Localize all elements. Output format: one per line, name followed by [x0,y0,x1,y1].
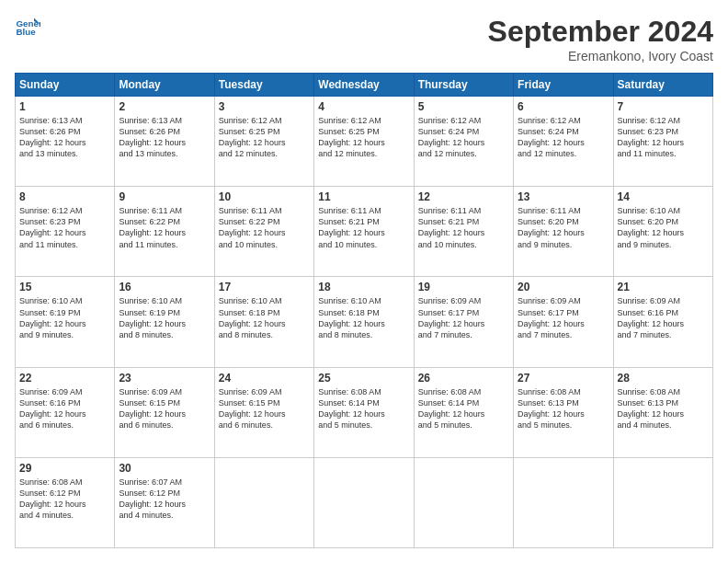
day-number: 3 [219,100,310,113]
logo: General Blue [15,15,40,40]
cell-info: Sunrise: 6:11 AM Sunset: 6:21 PM Dayligh… [318,205,409,250]
cell-info: Sunrise: 6:12 AM Sunset: 6:25 PM Dayligh… [318,115,409,160]
calendar-cell: 25Sunrise: 6:08 AM Sunset: 6:14 PM Dayli… [314,367,414,457]
calendar-cell: 10Sunrise: 6:11 AM Sunset: 6:22 PM Dayli… [214,187,313,277]
cell-info: Sunrise: 6:13 AM Sunset: 6:26 PM Dayligh… [119,115,210,160]
day-number: 23 [119,372,210,385]
header: General Blue September 2024 Eremankono, … [15,15,713,63]
calendar-week-5: 29Sunrise: 6:08 AM Sunset: 6:12 PM Dayli… [16,457,713,547]
cell-info: Sunrise: 6:09 AM Sunset: 6:17 PM Dayligh… [518,295,609,340]
calendar-cell: 7Sunrise: 6:12 AM Sunset: 6:23 PM Daylig… [613,97,712,187]
day-number: 15 [19,281,110,293]
calendar-cell: 19Sunrise: 6:09 AM Sunset: 6:17 PM Dayli… [414,277,513,367]
cell-info: Sunrise: 6:12 AM Sunset: 6:24 PM Dayligh… [518,115,609,160]
title-block: September 2024 Eremankono, Ivory Coast [488,15,713,63]
cell-info: Sunrise: 6:10 AM Sunset: 6:18 PM Dayligh… [219,295,310,340]
cell-info: Sunrise: 6:12 AM Sunset: 6:25 PM Dayligh… [219,115,310,160]
calendar-cell: 28Sunrise: 6:08 AM Sunset: 6:13 PM Dayli… [613,367,712,457]
day-number: 14 [618,190,709,203]
day-number: 2 [119,100,210,113]
day-number: 8 [19,190,110,203]
cell-info: Sunrise: 6:10 AM Sunset: 6:18 PM Dayligh… [318,295,409,340]
days-header-row: SundayMondayTuesdayWednesdayThursdayFrid… [16,74,713,97]
calendar-cell: 21Sunrise: 6:09 AM Sunset: 6:16 PM Dayli… [613,277,712,367]
day-number: 20 [518,281,609,293]
calendar-cell: 6Sunrise: 6:12 AM Sunset: 6:24 PM Daylig… [514,97,613,187]
day-number: 1 [19,100,110,113]
day-number: 16 [119,281,210,293]
day-number: 28 [618,372,709,385]
cell-info: Sunrise: 6:12 AM Sunset: 6:24 PM Dayligh… [418,115,509,160]
calendar-cell [613,457,712,547]
day-number: 21 [618,281,709,293]
day-number: 6 [518,100,609,113]
day-number: 27 [518,372,609,385]
calendar-cell: 16Sunrise: 6:10 AM Sunset: 6:19 PM Dayli… [115,277,214,367]
calendar-cell: 9Sunrise: 6:11 AM Sunset: 6:22 PM Daylig… [115,187,214,277]
calendar-cell: 13Sunrise: 6:11 AM Sunset: 6:20 PM Dayli… [514,187,613,277]
cell-info: Sunrise: 6:11 AM Sunset: 6:20 PM Dayligh… [518,205,609,250]
cell-info: Sunrise: 6:09 AM Sunset: 6:17 PM Dayligh… [418,295,509,340]
day-header-monday: Monday [115,74,214,97]
calendar-cell [314,457,414,547]
day-header-tuesday: Tuesday [214,74,313,97]
calendar-week-2: 8Sunrise: 6:12 AM Sunset: 6:23 PM Daylig… [16,187,713,277]
day-number: 22 [19,372,110,385]
cell-info: Sunrise: 6:08 AM Sunset: 6:13 PM Dayligh… [518,386,609,431]
calendar-cell: 24Sunrise: 6:09 AM Sunset: 6:15 PM Dayli… [214,367,313,457]
day-number: 30 [119,462,210,475]
day-number: 7 [618,100,709,113]
day-number: 5 [418,100,509,113]
calendar-cell: 11Sunrise: 6:11 AM Sunset: 6:21 PM Dayli… [314,187,414,277]
day-number: 4 [318,100,409,113]
cell-info: Sunrise: 6:09 AM Sunset: 6:15 PM Dayligh… [219,386,310,431]
calendar-cell: 23Sunrise: 6:09 AM Sunset: 6:15 PM Dayli… [115,367,214,457]
calendar-cell: 12Sunrise: 6:11 AM Sunset: 6:21 PM Dayli… [414,187,513,277]
location: Eremankono, Ivory Coast [488,49,713,63]
calendar-cell: 15Sunrise: 6:10 AM Sunset: 6:19 PM Dayli… [16,277,115,367]
day-header-thursday: Thursday [414,74,513,97]
cell-info: Sunrise: 6:12 AM Sunset: 6:23 PM Dayligh… [19,205,110,250]
calendar-cell: 22Sunrise: 6:09 AM Sunset: 6:16 PM Dayli… [16,367,115,457]
calendar-cell: 5Sunrise: 6:12 AM Sunset: 6:24 PM Daylig… [414,97,513,187]
cell-info: Sunrise: 6:08 AM Sunset: 6:12 PM Dayligh… [19,477,110,522]
day-number: 11 [318,190,409,203]
calendar-cell: 8Sunrise: 6:12 AM Sunset: 6:23 PM Daylig… [16,187,115,277]
cell-info: Sunrise: 6:09 AM Sunset: 6:16 PM Dayligh… [618,295,709,340]
cell-info: Sunrise: 6:07 AM Sunset: 6:12 PM Dayligh… [119,477,210,522]
day-number: 26 [418,372,509,385]
calendar-week-4: 22Sunrise: 6:09 AM Sunset: 6:16 PM Dayli… [16,367,713,457]
cell-info: Sunrise: 6:09 AM Sunset: 6:16 PM Dayligh… [19,386,110,431]
cell-info: Sunrise: 6:13 AM Sunset: 6:26 PM Dayligh… [19,115,110,160]
day-header-saturday: Saturday [613,74,712,97]
day-number: 24 [219,372,310,385]
calendar-cell: 27Sunrise: 6:08 AM Sunset: 6:13 PM Dayli… [514,367,613,457]
calendar-cell: 2Sunrise: 6:13 AM Sunset: 6:26 PM Daylig… [115,97,214,187]
calendar-cell: 18Sunrise: 6:10 AM Sunset: 6:18 PM Dayli… [314,277,414,367]
cell-info: Sunrise: 6:11 AM Sunset: 6:22 PM Dayligh… [119,205,210,250]
cell-info: Sunrise: 6:10 AM Sunset: 6:20 PM Dayligh… [618,205,709,250]
day-header-friday: Friday [514,74,613,97]
day-number: 10 [219,190,310,203]
calendar-cell: 4Sunrise: 6:12 AM Sunset: 6:25 PM Daylig… [314,97,414,187]
day-header-wednesday: Wednesday [314,74,414,97]
cell-info: Sunrise: 6:08 AM Sunset: 6:14 PM Dayligh… [318,386,409,431]
calendar-cell: 1Sunrise: 6:13 AM Sunset: 6:26 PM Daylig… [16,97,115,187]
calendar-cell [514,457,613,547]
cell-info: Sunrise: 6:11 AM Sunset: 6:22 PM Dayligh… [219,205,310,250]
day-number: 9 [119,190,210,203]
calendar-body: 1Sunrise: 6:13 AM Sunset: 6:26 PM Daylig… [16,97,713,548]
day-header-sunday: Sunday [16,74,115,97]
logo-icon: General Blue [15,15,40,40]
month-title: September 2024 [488,15,713,49]
cell-info: Sunrise: 6:09 AM Sunset: 6:15 PM Dayligh… [119,386,210,431]
calendar-cell: 20Sunrise: 6:09 AM Sunset: 6:17 PM Dayli… [514,277,613,367]
calendar-week-1: 1Sunrise: 6:13 AM Sunset: 6:26 PM Daylig… [16,97,713,187]
calendar-cell: 17Sunrise: 6:10 AM Sunset: 6:18 PM Dayli… [214,277,313,367]
day-number: 17 [219,281,310,293]
day-number: 19 [418,281,509,293]
calendar-week-3: 15Sunrise: 6:10 AM Sunset: 6:19 PM Dayli… [16,277,713,367]
calendar: SundayMondayTuesdayWednesdayThursdayFrid… [15,73,713,548]
day-number: 13 [518,190,609,203]
calendar-cell: 29Sunrise: 6:08 AM Sunset: 6:12 PM Dayli… [16,457,115,547]
